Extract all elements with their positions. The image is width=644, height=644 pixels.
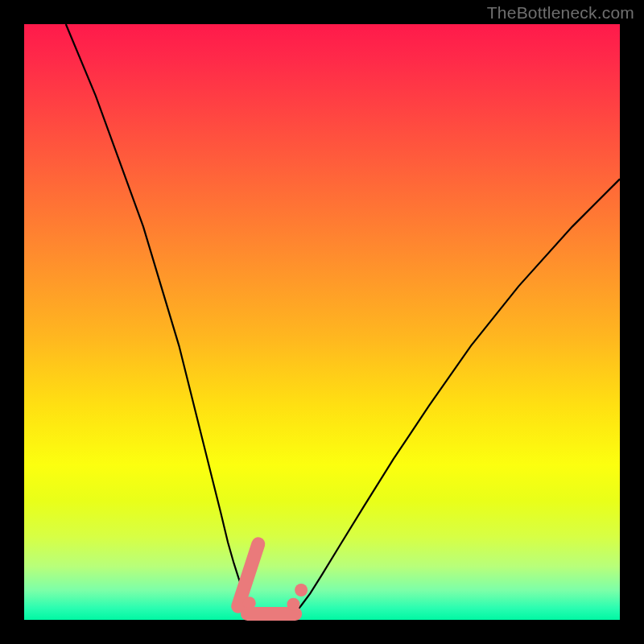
watermark-text: TheBottleneck.com bbox=[487, 3, 634, 23]
plot-area bbox=[24, 24, 620, 620]
